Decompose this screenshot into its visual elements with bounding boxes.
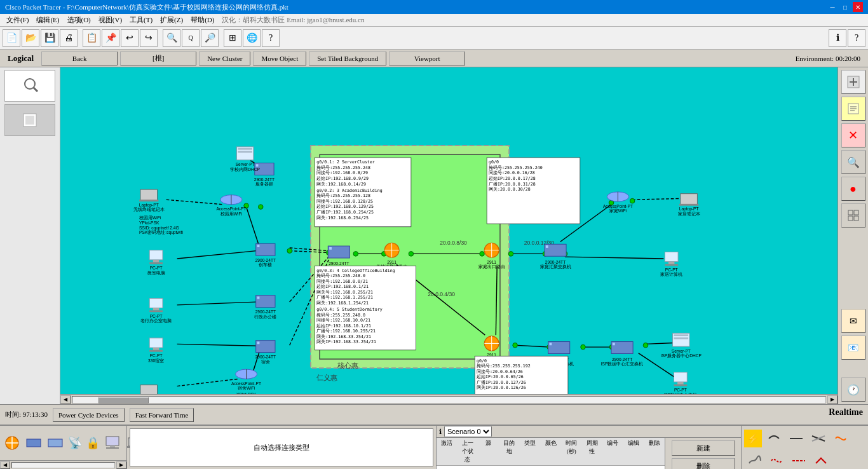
crossover-cable-icon[interactable] [808,428,829,449]
paste-button[interactable]: 📌 [102,29,119,47]
delete-button[interactable]: ✕ [841,123,865,147]
svg-text:ISP服务器中心DHCP: ISP服务器中心DHCP [661,353,702,358]
svg-rect-68 [256,164,259,167]
new-button[interactable]: 📄 [3,29,20,47]
svg-text:2900-24TT: 2900-24TT [545,260,566,264]
horizontal-scrollbar[interactable]: ◀ ▶ [60,394,837,404]
zoom-out-button[interactable]: 🔎 [201,29,219,47]
set-tiled-bg-button[interactable]: Set Tiled Background [309,51,386,65]
scenario-table: 激活 上一个状态 源 目的地 类型 颜色 时间(秒) 周期性 编号 编辑 删除 [437,438,665,469]
svg-text:Server-PT: Server-PT [236,162,255,167]
new-cluster-button[interactable]: New Cluster [199,51,250,65]
menu-view[interactable]: 视图(V) [95,15,126,25]
save-button[interactable]: 💾 [41,29,58,47]
device-firewall-icon[interactable]: 🔒 [85,433,100,453]
power-cycle-button[interactable]: Power Cycle Devices [53,408,125,422]
back-button[interactable]: Back [41,51,118,65]
print-button[interactable]: 🖨 [60,29,78,47]
svg-text:广播号:192.168.10.255/21: 广播号:192.168.10.255/21 [316,329,376,334]
straight-cable-icon[interactable] [786,428,806,449]
fast-forward-button[interactable]: Fast Forward Time [130,408,194,422]
svg-rect-112 [668,262,674,264]
device-scroll-left[interactable]: ◀ [0,461,10,469]
note-button[interactable] [841,97,865,121]
grid-button[interactable]: ⊞ [224,29,241,47]
svg-text:网关:192.168.0.254/25: 网关:192.168.0.254/25 [316,215,369,221]
phone-cable-icon[interactable] [744,451,764,469]
question-button[interactable]: ? [848,29,865,47]
device-switch-icon[interactable] [24,433,43,453]
inspect-button[interactable]: 🔍 [841,150,865,174]
menu-help[interactable]: 帮助(D) [187,15,218,25]
move-object-button[interactable]: Move Object [253,51,306,65]
coax-cable-icon[interactable] [766,451,787,469]
redo-button[interactable]: ↪ [140,29,158,47]
svg-text:广播IP:20.0.0.127/26: 广播IP:20.0.0.127/26 [477,380,526,385]
svg-rect-225 [106,437,119,445]
svg-point-39 [287,248,292,254]
device-scrollbar[interactable]: ◀ ▶ [0,460,126,469]
circle-button[interactable]: ● [841,177,865,201]
menu-extend[interactable]: 扩展(Z) [156,15,187,25]
svg-rect-151 [550,343,552,345]
svg-rect-227 [106,447,119,449]
scroll-track [72,396,826,404]
svg-rect-131 [149,350,163,352]
info-button[interactable]: ℹ [829,29,846,47]
minimize-button[interactable]: ─ [827,2,837,12]
zoom-in-button[interactable]: 🔍 [163,29,180,47]
close-button[interactable]: ✕ [853,2,863,12]
root-button[interactable]: [根] [120,51,196,65]
open-button[interactable]: 📂 [22,29,39,47]
serial-cable-icon[interactable] [789,451,809,469]
device-scroll-right[interactable]: ▶ [116,461,126,469]
connection-tools: ⚡ [741,426,868,469]
menu-options[interactable]: 选项(O) [64,15,95,25]
undo-button[interactable]: ↩ [121,29,139,47]
console-cable-icon[interactable] [764,428,784,449]
help-icon[interactable]: ? [262,29,280,47]
move-tool[interactable] [4,104,55,136]
device-router-icon[interactable] [3,433,22,453]
zoom-in-rs-button[interactable] [841,70,865,94]
svg-text:同接号:20.0.0.16/28: 同接号:20.0.0.16/28 [489,170,535,175]
menu-tools[interactable]: 工具(T) [126,15,156,25]
svg-rect-216 [848,210,853,215]
col-source: 源 [480,439,496,464]
svg-text:掩码号:255.255.255.192: 掩码号:255.255.255.192 [477,364,531,369]
select-tool[interactable] [4,70,55,102]
device-hub-icon[interactable] [46,433,65,453]
delete-scenario-button[interactable]: 删除 [672,458,735,469]
canvas-area[interactable]: 核心惠 仁义惠 [60,67,837,404]
svg-text:330宿室: 330宿室 [148,358,164,363]
scenario-select[interactable]: Scenario 0 [444,426,492,437]
device-icons-row: 📡 🔒 [0,426,126,460]
window-controls: ─ □ ✕ [827,2,863,12]
viewport-button[interactable]: Viewport [389,51,465,65]
lightning-select-icon[interactable]: ⚡ [744,430,762,447]
menu-file[interactable]: 文件(F) [3,15,32,25]
scroll-thumb[interactable] [98,397,149,404]
svg-text:网关:192.168.0.14/29: 网关:192.168.0.14/29 [316,182,366,187]
network-button[interactable]: 🌐 [243,29,261,47]
grid2-button[interactable] [841,203,865,228]
device-pc-icon[interactable] [103,433,122,453]
svg-text:2900-24TT: 2900-24TT [255,258,276,262]
svg-text:掩码号:255.255.255.248: 掩码号:255.255.255.248 [316,165,370,170]
fiber-cable-icon[interactable] [831,428,851,449]
scroll-left-button[interactable]: ◀ [60,395,71,404]
zoom-icon[interactable]: Q [182,29,200,47]
new-scenario-button[interactable]: 新建 [672,440,735,456]
mail1-button[interactable]: ✉ [841,309,865,333]
dce-cable-icon[interactable] [811,451,831,469]
scroll-right-button[interactable]: ▶ [827,395,837,404]
copy-button[interactable]: 📋 [83,29,100,47]
svg-line-1 [34,88,37,92]
mail2-button[interactable]: 📧 [841,336,865,360]
svg-text:Server-PT: Server-PT [672,349,691,353]
device-wireless-icon[interactable]: 📡 [67,433,83,453]
maximize-button[interactable]: □ [840,2,850,12]
svg-text:同接号:192.168.0.128/25: 同接号:192.168.0.128/25 [316,199,373,204]
menu-edit[interactable]: 编辑(E) [32,15,63,25]
clock-button[interactable]: 🕐 [841,377,865,402]
